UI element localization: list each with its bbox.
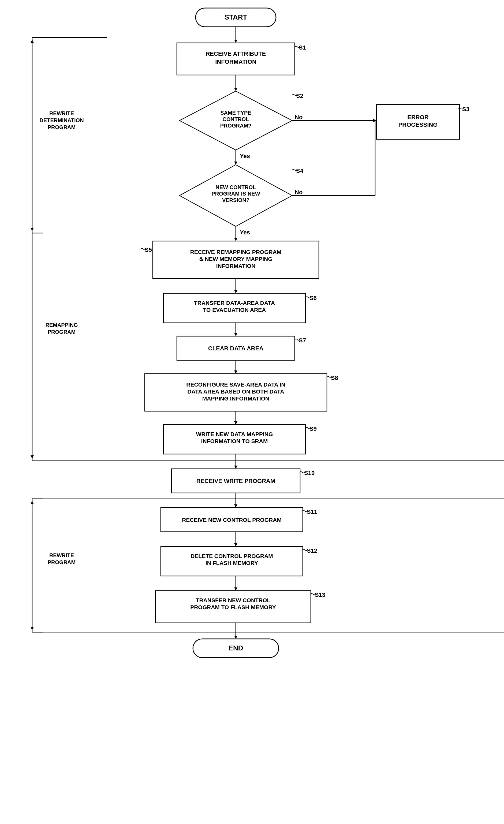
svg-text:PROGRAM?: PROGRAM? (220, 123, 251, 128)
svg-marker-17 (234, 162, 237, 165)
svg-text:DATA AREA BASED ON BOTH DATA: DATA AREA BASED ON BOTH DATA (187, 389, 284, 395)
svg-marker-53 (234, 371, 237, 374)
svg-text:INFORMATION: INFORMATION (216, 263, 256, 269)
svg-text:WRITE NEW DATA MAPPING: WRITE NEW DATA MAPPING (196, 431, 273, 437)
svg-text:PROGRAM IS NEW: PROGRAM IS NEW (211, 191, 260, 197)
svg-text:S5: S5 (145, 246, 152, 253)
svg-text:INFORMATION TO SRAM: INFORMATION TO SRAM (201, 438, 268, 444)
svg-text:PROGRAM: PROGRAM (48, 559, 76, 565)
svg-text:RECEIVE NEW CONTROL PROGRAM: RECEIVE NEW CONTROL PROGRAM (182, 517, 282, 523)
svg-marker-107 (30, 627, 34, 630)
svg-marker-71 (234, 504, 237, 508)
svg-text:PROGRAM TO FLASH MEMORY: PROGRAM TO FLASH MEMORY (190, 604, 276, 610)
svg-marker-76 (234, 543, 237, 546)
svg-text:S11: S11 (307, 508, 317, 515)
svg-marker-82 (234, 588, 237, 591)
svg-marker-3 (234, 40, 237, 43)
svg-text:DELETE CONTROL PROGRAM: DELETE CONTROL PROGRAM (191, 553, 273, 559)
svg-marker-42 (234, 290, 237, 293)
svg-text:RECEIVE ATTRIBUTE: RECEIVE ATTRIBUTE (206, 50, 266, 57)
svg-text:CONTROL: CONTROL (223, 116, 249, 122)
svg-text:Yes: Yes (240, 229, 250, 236)
svg-text:PROCESSING: PROCESSING (398, 121, 438, 128)
svg-text:ERROR: ERROR (407, 114, 429, 120)
svg-text:S3: S3 (462, 106, 470, 112)
svg-marker-102 (30, 455, 34, 458)
svg-text:SAME TYPE: SAME TYPE (220, 110, 251, 116)
svg-text:IN FLASH MEMORY: IN FLASH MEMORY (205, 560, 258, 566)
svg-text:S4: S4 (296, 168, 304, 174)
svg-text:PROGRAM: PROGRAM (48, 329, 76, 335)
svg-marker-48 (234, 333, 237, 336)
svg-marker-9 (234, 88, 237, 91)
svg-text:NEW CONTROL: NEW CONTROL (215, 184, 256, 190)
svg-text:S7: S7 (299, 337, 306, 344)
svg-marker-100 (30, 228, 34, 231)
svg-text:RECEIVE WRITE PROGRAM: RECEIVE WRITE PROGRAM (196, 478, 276, 484)
svg-text:S6: S6 (309, 295, 317, 301)
svg-text:VERSION?: VERSION? (222, 197, 249, 203)
svg-marker-66 (234, 466, 237, 469)
svg-text:& NEW MEMORY MAPPING: & NEW MEMORY MAPPING (199, 256, 272, 262)
diagram-container: START RECEIVE ATTRIBUTE INFORMATION S1 S… (0, 0, 504, 824)
svg-text:REWRITE: REWRITE (49, 552, 74, 558)
svg-text:S12: S12 (307, 547, 317, 554)
svg-text:S10: S10 (304, 470, 315, 476)
svg-marker-106 (30, 501, 34, 504)
svg-text:TRANSFER NEW CONTROL: TRANSFER NEW CONTROL (196, 597, 271, 603)
svg-text:START: START (224, 13, 247, 21)
svg-text:INFORMATION: INFORMATION (215, 59, 257, 65)
svg-text:TO EVACUATION AREA: TO EVACUATION AREA (203, 307, 266, 313)
svg-text:RECEIVE REMAPPING PROGRAM: RECEIVE REMAPPING PROGRAM (190, 249, 282, 255)
svg-text:PROGRAM: PROGRAM (48, 124, 76, 130)
svg-text:S2: S2 (296, 92, 303, 99)
svg-text:S8: S8 (331, 375, 338, 381)
svg-text:REMAPPING: REMAPPING (45, 322, 78, 328)
svg-text:Yes: Yes (240, 153, 250, 160)
svg-marker-99 (30, 40, 34, 43)
svg-text:RECONFIGURE SAVE-AREA DATA IN: RECONFIGURE SAVE-AREA DATA IN (186, 382, 285, 388)
svg-text:CLEAR DATA AREA: CLEAR DATA AREA (208, 345, 264, 352)
svg-text:No: No (295, 114, 303, 120)
svg-text:END: END (228, 644, 243, 652)
svg-marker-60 (234, 421, 237, 425)
svg-text:S9: S9 (309, 425, 317, 432)
svg-text:No: No (295, 189, 303, 196)
svg-marker-88 (234, 636, 237, 639)
svg-text:S1: S1 (299, 44, 306, 51)
svg-text:MAPPING INFORMATION: MAPPING INFORMATION (202, 395, 269, 402)
svg-text:DETERMINATION: DETERMINATION (39, 117, 84, 123)
svg-text:TRANSFER DATA-AREA DATA: TRANSFER DATA-AREA DATA (194, 300, 275, 306)
svg-text:REWRITE: REWRITE (49, 110, 74, 116)
svg-marker-28 (234, 238, 237, 241)
svg-text:S13: S13 (315, 592, 325, 598)
